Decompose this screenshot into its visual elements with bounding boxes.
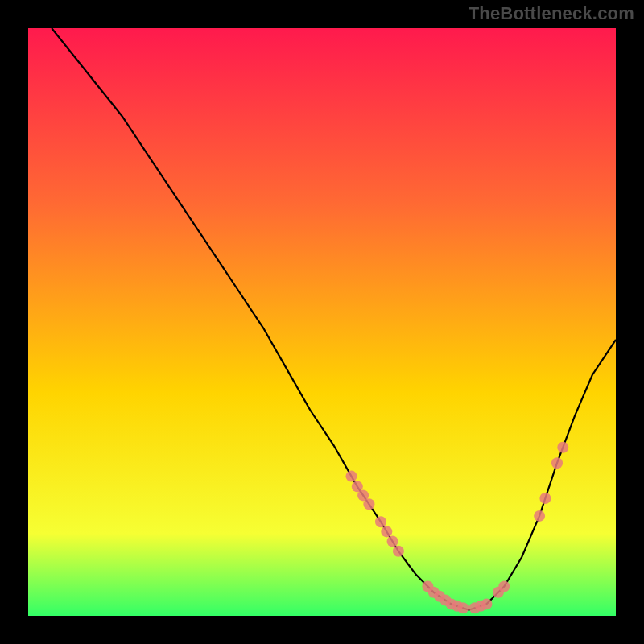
plot-svg <box>28 28 616 616</box>
marker-dot <box>346 471 357 482</box>
chart-frame: TheBottleneck.com <box>0 0 644 644</box>
marker-dot <box>539 493 551 504</box>
marker-dot <box>551 457 563 469</box>
marker-dot <box>498 581 510 592</box>
marker-dot <box>457 602 469 613</box>
marker-dot <box>557 442 568 453</box>
watermark-text: TheBottleneck.com <box>469 3 634 24</box>
marker-dot <box>534 510 545 522</box>
marker-dot <box>381 526 392 537</box>
marker-dot <box>375 516 386 527</box>
marker-dot <box>363 498 374 510</box>
marker-dot <box>387 536 398 547</box>
plot-area <box>28 28 616 616</box>
gradient-background <box>28 28 616 616</box>
marker-dot <box>393 546 404 557</box>
marker-dot <box>481 598 492 609</box>
